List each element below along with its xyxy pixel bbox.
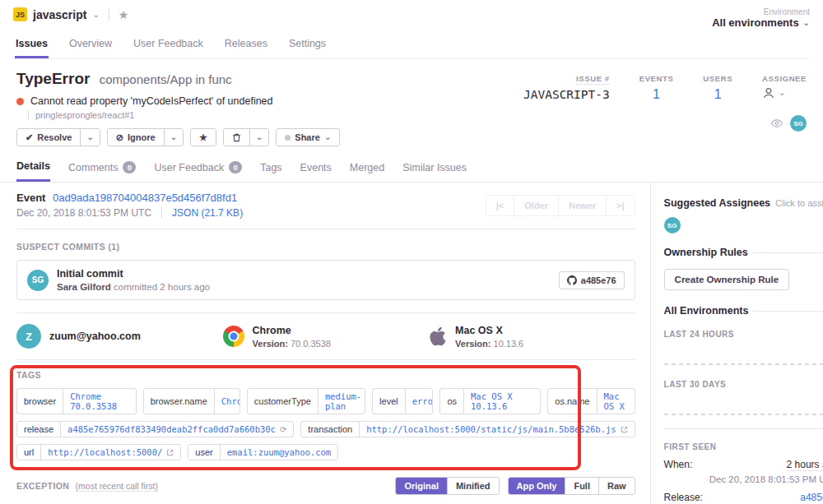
environment-value: All environments	[712, 16, 798, 29]
toggle-full[interactable]: Full	[565, 478, 598, 494]
delete-dropdown-button[interactable]: ⌄	[249, 129, 268, 146]
divider	[753, 252, 823, 253]
toggle-app-only[interactable]: App Only	[509, 478, 565, 494]
tag-browser-name: browser.nameChrome	[143, 388, 240, 414]
trash-icon	[232, 133, 241, 142]
refresh-icon: ⟳	[280, 425, 286, 434]
suggested-assignees-heading: Suggested Assignees Click to assign	[664, 197, 823, 209]
error-culprit: components/App in func	[100, 72, 232, 86]
tag-value-link[interactable]: Mac OS X	[597, 389, 635, 414]
tag-value-link[interactable]: http://localhost:5000/static/js/main.5b8…	[359, 422, 634, 437]
tag-value-link[interactable]: Mac OS X 10.13.6	[463, 389, 540, 414]
nav-tab-issues[interactable]: Issues	[15, 35, 49, 58]
issue-header: TypeError components/App in func Cannot …	[0, 59, 823, 155]
javascript-platform-icon: JS	[13, 7, 27, 21]
create-ownership-rule-button[interactable]: Create Ownership Rule	[664, 269, 790, 290]
tag-value-link[interactable]: medium-plan	[318, 389, 365, 414]
chevron-down-icon: ⌄	[324, 133, 331, 141]
share-button[interactable]: Share ⌄	[277, 129, 339, 146]
chevron-down-icon: ⌄	[92, 11, 99, 19]
event-json-link[interactable]: JSON (21.7 KB)	[172, 207, 243, 219]
os-version-label: Version:	[455, 339, 491, 349]
tag-value-link[interactable]: Chrome 70.0.3538	[63, 389, 136, 414]
tab-events[interactable]: Events	[300, 155, 332, 182]
all-environments-title: All Environments	[664, 305, 749, 317]
click-to-assign-hint: Click to assign	[775, 198, 823, 208]
delete-button-group: ⌄	[223, 128, 269, 146]
issue-header-right: ISSUE # JAVASCRIPT-3 EVENTS 1 USERS 1 AS…	[523, 70, 807, 146]
resolve-dropdown-button[interactable]: ⌄	[80, 129, 99, 146]
first-seen-heading: FIRST SEEN	[664, 442, 823, 451]
tag-value-link[interactable]: a485e765976df833490deab2ffca0dd7a660b30c…	[60, 422, 293, 437]
chevron-down-icon: ⌄	[86, 133, 93, 141]
issue-annotation[interactable]: pringlesprongles/react#1	[28, 110, 340, 120]
nav-tab-user-feedback[interactable]: User Feedback	[133, 35, 204, 58]
star-button-group: ★	[190, 128, 216, 146]
assignee-selector[interactable]: ⌄	[762, 86, 807, 99]
content: Event 0ad9ada198704004837e5d456f7d8fd1 D…	[0, 183, 823, 504]
tag-key: level	[373, 389, 405, 414]
tab-tags[interactable]: Tags	[260, 155, 281, 182]
delete-button[interactable]	[224, 129, 249, 146]
tag-user: useremail:zuum@yahoo.com	[188, 444, 338, 460]
nav-tab-settings[interactable]: Settings	[288, 35, 327, 58]
event-header-row: Event 0ad9ada198704004837e5d456f7d8fd1 D…	[16, 183, 635, 229]
events-count-link[interactable]: 1	[639, 87, 674, 102]
toggle-original[interactable]: Original	[396, 478, 447, 494]
pagination-first-button[interactable]: |<	[486, 196, 514, 215]
tag-row: urlhttp://localhost:5000/ useremail:zuum…	[16, 444, 635, 460]
tags-heading: TAGS	[16, 370, 635, 380]
pagination-newer-button[interactable]: Newer	[558, 196, 606, 215]
tab-similar-issues[interactable]: Similar Issues	[402, 155, 467, 182]
last-24-hours-sparkline	[664, 347, 823, 367]
seen-by-avatar[interactable]: SG	[790, 115, 807, 132]
tab-comments[interactable]: Comments 0	[68, 155, 136, 182]
first-seen-when-row: When: 2 hours ago	[664, 459, 823, 471]
tag-value-link[interactable]: email:zuum@yahoo.com	[220, 445, 337, 460]
person-icon	[762, 86, 775, 99]
all-environments-heading: All Environments	[664, 305, 823, 317]
tag-key: browser.name	[144, 389, 214, 414]
toggle-minified[interactable]: Minified	[447, 478, 499, 494]
issue-message: Cannot read property 'myCodeIsPerfect' o…	[30, 95, 273, 107]
suggested-assignee-avatar[interactable]: SG	[664, 217, 681, 234]
bookmark-star-icon[interactable]: ★	[119, 8, 129, 21]
last-30-days-label: LAST 30 DAYS	[664, 380, 823, 389]
ignore-button[interactable]: ⊘ Ignore	[108, 129, 164, 146]
first-seen-release-link[interactable]: a485e76	[800, 492, 823, 503]
pagination-last-button[interactable]: >|	[606, 196, 635, 215]
tab-user-feedback-label: User Feedback	[154, 162, 224, 173]
toggle-raw[interactable]: Raw	[598, 478, 635, 494]
ignore-dropdown-button[interactable]: ⌄	[164, 129, 183, 146]
tag-os: osMac OS X 10.13.6	[439, 388, 541, 414]
tab-merged[interactable]: Merged	[350, 155, 384, 182]
exception-toggles: Original Minified App Only Full Raw	[395, 477, 635, 495]
commit-byline-text: committed 2 hours ago	[114, 282, 210, 292]
error-type: TypeError	[16, 70, 90, 87]
project-selector[interactable]: JS javascript ⌄ ★	[13, 7, 128, 21]
commit-info: Initial commit Sara Gilford committed 2 …	[57, 268, 210, 292]
resolve-button[interactable]: ✔ Resolve	[17, 129, 80, 146]
topbar-row: JS javascript ⌄ ★ Environment All enviro…	[13, 7, 810, 29]
os-name: Mac OS X	[455, 325, 523, 336]
nav-tab-overview[interactable]: Overview	[68, 35, 113, 58]
event-id-link[interactable]: 0ad9ada198704004837e5d456f7d8fd1	[53, 192, 237, 204]
star-button[interactable]: ★	[191, 129, 216, 146]
environment-selector[interactable]: Environment All environments ⌄	[712, 7, 810, 29]
suspect-commit-card: SG Initial commit Sara Gilford committed…	[16, 260, 635, 300]
first-seen-date: Dec 20, 2018 8:01:53 PM UTC	[664, 474, 823, 484]
commit-sha-button[interactable]: a485e76	[559, 271, 625, 289]
tag-key: release	[17, 422, 60, 437]
tab-details[interactable]: Details	[16, 155, 50, 182]
tab-details-label: Details	[16, 160, 50, 172]
nav-tab-releases[interactable]: Releases	[224, 35, 268, 58]
users-count-link[interactable]: 1	[703, 87, 732, 102]
release-label: Release:	[664, 492, 703, 503]
tab-user-feedback[interactable]: User Feedback 0	[154, 155, 242, 182]
tag-value-link[interactable]: http://localhost:5000/	[40, 445, 180, 460]
sparkline-baseline	[664, 363, 823, 365]
tag-value-link[interactable]: error	[405, 389, 434, 414]
tag-value-link[interactable]: Chrome	[214, 389, 240, 414]
pagination-older-button[interactable]: Older	[514, 196, 558, 215]
divider	[161, 207, 162, 219]
